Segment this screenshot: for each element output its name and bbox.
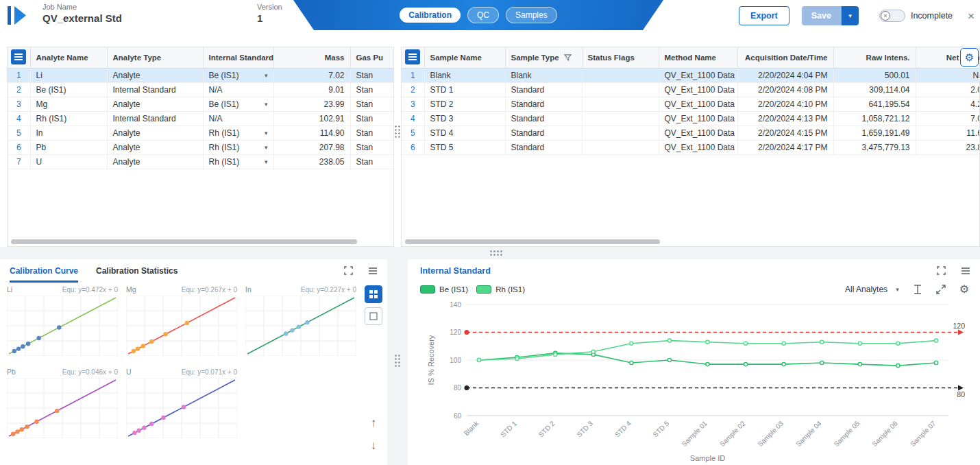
sample-name-cell[interactable]: STD 3 — [424, 111, 505, 126]
dropdown-caret-icon[interactable]: ▾ — [265, 130, 268, 136]
tab-calibration-curve[interactable]: Calibration Curve — [10, 259, 78, 283]
dropdown-caret-icon[interactable]: ▾ — [265, 144, 268, 151]
internal-standard-cell[interactable]: Rh (IS1)▾ — [203, 140, 273, 154]
analyte-row[interactable]: 4 Rh (IS1) Internal Standard N/A 102.91 … — [8, 111, 394, 126]
calibration-mini-chart[interactable]: Li Equ: y=0.472x + 0 — [7, 285, 118, 358]
analyte-type-cell[interactable]: Internal Standard — [107, 111, 203, 126]
legend-item-rh[interactable]: Rh (IS1) — [476, 285, 525, 294]
analyte-type-cell[interactable]: Analyte — [107, 97, 203, 111]
analyte-row[interactable]: 7 U Analyte Rh (IS1)▾ 238.05 Stan — [8, 154, 394, 169]
legend-item-be[interactable]: Be (IS1) — [420, 285, 468, 294]
analyte-type-cell[interactable]: Internal Standard — [107, 82, 203, 97]
internal-standard-cell[interactable]: N/A — [203, 111, 273, 126]
column-header[interactable]: Acquisition Date/Time — [737, 47, 833, 68]
sample-name-cell[interactable]: Blank — [424, 68, 505, 82]
menu-icon[interactable] — [368, 267, 378, 275]
column-header[interactable]: Internal Standard — [203, 47, 273, 68]
sample-row[interactable]: 6 STD 5 Standard QV_Ext_1100 Data 2/20/2… — [402, 140, 980, 154]
analyte-table-hscrollbar[interactable] — [11, 239, 357, 244]
stage-pill-qc[interactable]: QC — [467, 7, 499, 23]
sample-name-cell[interactable]: STD 4 — [424, 126, 505, 140]
single-view-button[interactable] — [365, 307, 382, 325]
grid-view-button[interactable] — [365, 285, 382, 303]
scroll-down-button[interactable]: ↓ — [371, 440, 377, 451]
analyte-type-cell[interactable]: Analyte — [107, 154, 203, 169]
sample-name-cell[interactable]: STD 1 — [424, 82, 505, 97]
sample-row[interactable]: 2 STD 1 Standard QV_Ext_1100 Data 2/20/2… — [402, 82, 980, 97]
save-dropdown-button[interactable]: ▾ — [841, 6, 859, 25]
analyte-type-cell[interactable]: Analyte — [107, 126, 203, 140]
bottom-splitter-handle[interactable] — [394, 354, 401, 368]
zoom-expand-icon[interactable] — [936, 285, 946, 294]
sample-type-cell[interactable]: Standard — [505, 97, 582, 111]
column-header[interactable]: Method Name — [659, 47, 737, 68]
export-button[interactable]: Export — [739, 6, 789, 25]
column-header[interactable]: Raw Intens. — [833, 47, 916, 68]
analyte-name-cell[interactable]: Pb — [30, 140, 107, 154]
fullscreen-icon[interactable] — [344, 266, 353, 275]
sample-row[interactable]: 1 Blank Blank QV_Ext_1100 Data 2/20/2024… — [402, 68, 980, 82]
chart-settings-icon[interactable]: ⚙ — [959, 284, 969, 295]
analyte-name-cell[interactable]: Li — [30, 68, 107, 82]
table-menu-icon[interactable] — [11, 49, 26, 64]
table-menu-icon[interactable] — [405, 49, 420, 64]
sample-type-cell[interactable]: Blank — [505, 68, 582, 82]
analyte-name-cell[interactable]: U — [30, 154, 107, 169]
is-recovery-chart[interactable]: 608010012014012080BlankSTD 1STD 2STD 3ST… — [408, 299, 980, 465]
sample-type-cell[interactable]: Standard — [505, 140, 582, 154]
table-menu-header[interactable] — [8, 47, 30, 68]
calibration-mini-chart[interactable]: Mg Equ: y=0.267x + 0 — [126, 285, 237, 358]
analyte-row[interactable]: 6 Pb Analyte Rh (IS1)▾ 207.98 Stan — [8, 140, 394, 154]
dropdown-caret-icon[interactable]: ▾ — [265, 72, 268, 79]
column-header[interactable]: Analyte Type — [107, 47, 203, 68]
analyte-type-cell[interactable]: Analyte — [107, 68, 203, 82]
sample-type-cell[interactable]: Standard — [505, 126, 582, 140]
analyte-row[interactable]: 1 Li Analyte Be (IS1)▾ 7.02 Stan — [8, 68, 394, 82]
analyte-row[interactable]: 2 Be (IS1) Internal Standard N/A 9.01 St… — [8, 82, 394, 97]
analyte-type-cell[interactable]: Analyte — [107, 140, 203, 154]
fullscreen-icon[interactable] — [937, 266, 946, 275]
sample-table-settings-button[interactable]: ⚙ — [960, 48, 979, 67]
analyte-name-cell[interactable]: Mg — [30, 97, 107, 111]
internal-standard-cell[interactable]: N/A — [203, 82, 273, 97]
analyte-name-cell[interactable]: In — [30, 126, 107, 140]
close-icon[interactable]: × — [968, 10, 975, 22]
calibration-mini-chart[interactable]: In Equ: y=0.227x + 0 — [245, 285, 356, 358]
internal-standard-cell[interactable]: Be (IS1)▾ — [203, 68, 273, 82]
scroll-up-button[interactable]: ↑ — [371, 417, 377, 429]
analyte-name-cell[interactable]: Be (IS1) — [30, 82, 107, 97]
incomplete-toggle[interactable]: × — [879, 10, 905, 22]
analyte-row[interactable]: 5 In Analyte Rh (IS1)▾ 114.90 Stan — [8, 126, 394, 140]
save-button[interactable]: Save — [802, 6, 841, 25]
internal-standard-cell[interactable]: Rh (IS1)▾ — [203, 154, 273, 169]
stage-pill-calibration[interactable]: Calibration — [400, 8, 461, 23]
column-header[interactable]: Gas Pu — [350, 47, 394, 68]
column-header[interactable]: Status Flags — [582, 47, 659, 68]
sample-name-cell[interactable]: STD 2 — [424, 97, 505, 111]
filter-icon[interactable] — [564, 54, 572, 61]
column-header[interactable]: Sample Name — [424, 47, 505, 68]
internal-standard-cell[interactable]: Rh (IS1)▾ — [203, 126, 273, 140]
analyte-name-cell[interactable]: Rh (IS1) — [30, 111, 107, 126]
column-header[interactable]: Mass — [273, 47, 350, 68]
column-header[interactable]: Sample Type — [505, 47, 582, 68]
sample-row[interactable]: 3 STD 2 Standard QV_Ext_1100 Data 2/20/2… — [402, 97, 980, 111]
sample-row[interactable]: 5 STD 4 Standard QV_Ext_1100 Data 2/20/2… — [402, 126, 980, 140]
calibration-mini-chart[interactable]: U Equ: y=0.071x + 0 — [126, 368, 237, 440]
sample-table-hscrollbar[interactable] — [405, 239, 660, 244]
stage-pill-samples[interactable]: Samples — [506, 7, 557, 23]
sample-name-cell[interactable]: STD 5 — [424, 140, 505, 154]
column-header[interactable]: Analyte Name — [30, 47, 107, 68]
dropdown-caret-icon[interactable]: ▾ — [265, 101, 268, 108]
calibration-mini-chart[interactable]: Pb Equ: y=0.046x + 0 — [7, 368, 118, 440]
analyte-filter-dropdown[interactable]: All Analytes ▾ — [845, 285, 899, 294]
sample-row[interactable]: 4 STD 3 Standard QV_Ext_1100 Data 2/20/2… — [402, 111, 980, 126]
limits-icon[interactable] — [913, 285, 922, 294]
menu-icon[interactable] — [961, 267, 970, 275]
sample-type-cell[interactable]: Standard — [505, 111, 582, 126]
analyte-row[interactable]: 3 Mg Analyte Be (IS1)▾ 23.99 Stan — [8, 97, 394, 111]
panels-splitter-handle[interactable] — [489, 250, 503, 257]
sample-type-cell[interactable]: Standard — [505, 82, 582, 97]
internal-standard-cell[interactable]: Be (IS1)▾ — [203, 97, 273, 111]
table-menu-header[interactable] — [402, 47, 424, 68]
